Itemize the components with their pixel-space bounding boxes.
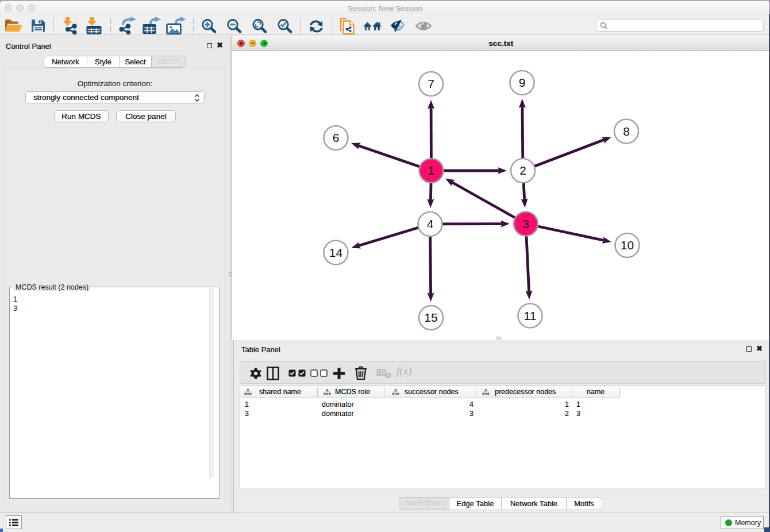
svg-text:4: 4 bbox=[426, 217, 433, 230]
svg-text:6: 6 bbox=[332, 131, 339, 144]
svg-text:10: 10 bbox=[620, 238, 633, 252]
svg-text:1: 1 bbox=[428, 164, 434, 177]
svg-text:2: 2 bbox=[519, 164, 526, 177]
svg-text:9: 9 bbox=[518, 76, 525, 89]
svg-text:7: 7 bbox=[428, 77, 434, 90]
svg-text:3: 3 bbox=[522, 217, 529, 230]
svg-text:14: 14 bbox=[329, 246, 342, 259]
svg-text:15: 15 bbox=[424, 311, 437, 324]
svg-text:11: 11 bbox=[523, 309, 536, 322]
svg-text:8: 8 bbox=[623, 125, 630, 138]
